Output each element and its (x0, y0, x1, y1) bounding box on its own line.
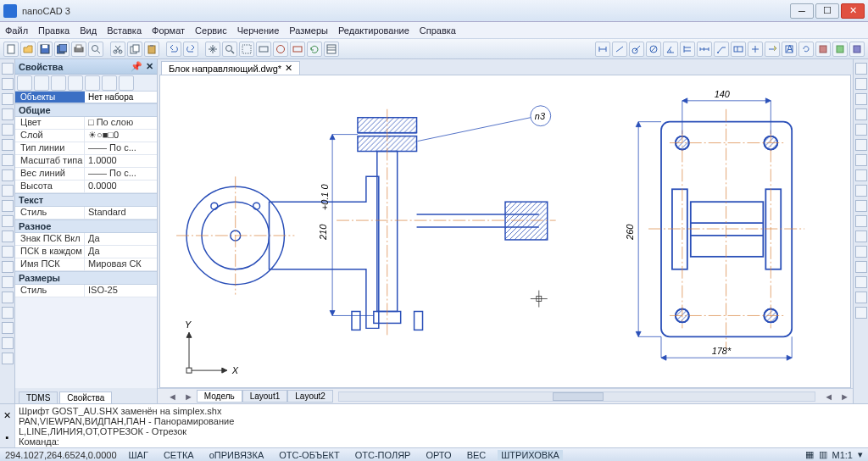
rt-extend-icon[interactable] (855, 215, 867, 227)
rt-fillet-icon[interactable] (855, 246, 867, 258)
rt-ext2-icon[interactable] (855, 307, 867, 319)
pt-2-icon[interactable] (34, 75, 49, 91)
lt-tool1-icon[interactable] (2, 230, 14, 242)
close-button[interactable]: ✕ (841, 3, 865, 19)
status-scale[interactable]: М1:1 (832, 450, 853, 460)
maximize-button[interactable]: ☐ (815, 3, 839, 19)
lt-tool8-icon[interactable] (2, 337, 14, 349)
cmd-pin-icon[interactable]: ▪ (6, 432, 9, 442)
tb-circle-icon[interactable] (273, 42, 288, 57)
menu-dims[interactable]: Размеры (289, 25, 328, 36)
tab-layout1[interactable]: Layout1 (242, 390, 288, 403)
prop-ltscale[interactable]: Масштаб типа ...1.0000 (15, 155, 157, 168)
tab-model[interactable]: Модель (197, 390, 242, 403)
tb-pan-icon[interactable] (205, 42, 220, 57)
prop-dimstyle[interactable]: СтильISO-25 (15, 285, 157, 297)
menu-insert[interactable]: Вставка (107, 25, 142, 36)
tb-zoom-window-icon[interactable] (239, 42, 254, 57)
lt-hatch-icon[interactable] (2, 169, 14, 181)
section-text[interactable]: Текст (15, 193, 157, 207)
tb-rect-icon[interactable] (290, 42, 305, 57)
menu-format[interactable]: Формат (152, 25, 185, 36)
tb-cut-icon[interactable] (110, 42, 125, 57)
lt-text-icon[interactable] (2, 185, 14, 197)
cmd-close-icon[interactable]: ✕ (3, 410, 11, 421)
rt-erase-icon[interactable] (855, 63, 867, 75)
menu-edit[interactable]: Правка (38, 25, 70, 36)
lt-circle-icon[interactable] (2, 124, 14, 136)
tb-new-icon[interactable] (3, 42, 19, 57)
tb-misc1-icon[interactable] (815, 42, 831, 57)
drawing-canvas[interactable]: X Y (159, 75, 851, 388)
lt-rect-icon[interactable] (2, 93, 14, 105)
rt-break-icon[interactable] (855, 230, 867, 242)
status-osnap[interactable]: оПРИВЯЗКА (206, 450, 268, 460)
lt-tool4-icon[interactable] (2, 276, 14, 288)
document-tab[interactable]: Блок направляющий.dwg* ✕ (161, 61, 300, 75)
rt-move-icon[interactable] (855, 139, 867, 151)
status-snap[interactable]: ШАГ (125, 450, 152, 460)
status-otrack-obj[interactable]: ОТС-ОБЪЕКТ (275, 450, 342, 460)
pt-1-icon[interactable] (17, 75, 32, 91)
tabs-prev-icon[interactable]: ◄ (164, 392, 181, 402)
tb-paste-icon[interactable] (144, 42, 159, 57)
status-icon-2[interactable]: ▥ (819, 449, 827, 460)
pt-7-icon[interactable] (119, 75, 134, 91)
status-hatch[interactable]: ШТРИХОВКА (498, 450, 563, 460)
prop-layer[interactable]: Слой☀○■□0 (15, 130, 157, 142)
tb-regen-icon[interactable] (307, 42, 322, 57)
rt-chamfer-icon[interactable] (855, 261, 867, 273)
pt-5-icon[interactable] (85, 75, 100, 91)
tb-props-icon[interactable] (324, 42, 339, 57)
hscrollbar[interactable] (338, 392, 815, 402)
menu-help[interactable]: Справка (420, 25, 456, 36)
properties-close-icon[interactable]: ✕ (146, 61, 153, 72)
tb-dim-angle-icon[interactable] (663, 42, 678, 57)
tb-print-icon[interactable] (71, 42, 86, 57)
hscroll-right-icon[interactable]: ► (837, 392, 853, 402)
tb-dim-continue-icon[interactable] (697, 42, 712, 57)
tb-zoom-extents-icon[interactable] (256, 42, 271, 57)
section-misc[interactable]: Разное (15, 219, 157, 233)
status-dropdown-icon[interactable]: ▾ (858, 449, 863, 460)
tabs-next-icon[interactable]: ► (181, 392, 197, 402)
tb-centermark-icon[interactable] (748, 42, 763, 57)
objects-selector[interactable]: Объекты Нет набора (15, 92, 157, 103)
document-tab-close-icon[interactable]: ✕ (285, 63, 292, 74)
rt-stretch-icon[interactable] (855, 185, 867, 197)
tb-dim-aligned-icon[interactable] (612, 42, 627, 57)
rt-copy-icon[interactable] (855, 78, 867, 90)
lt-line-icon[interactable] (2, 63, 14, 75)
tb-tolerance-icon[interactable] (731, 42, 746, 57)
minimize-button[interactable]: ─ (790, 3, 814, 19)
prop-ucs-each[interactable]: ПСК в каждом ...Да (15, 246, 157, 258)
rt-trim-icon[interactable] (855, 200, 867, 212)
lt-tool9-icon[interactable] (2, 353, 14, 364)
rt-explode-icon[interactable] (855, 276, 867, 288)
hscroll-thumb[interactable] (553, 392, 604, 401)
lt-tool6-icon[interactable] (2, 307, 14, 319)
tb-misc2-icon[interactable] (832, 42, 848, 57)
prop-lweight[interactable]: Вес линий—— По с... (15, 168, 157, 181)
tb-dimstyle-icon[interactable]: A (782, 42, 797, 57)
tb-undo-icon[interactable] (166, 42, 181, 57)
prop-ucs-on[interactable]: Знак ПСК ВклДа (15, 233, 157, 246)
properties-pin-icon[interactable]: 📌 (131, 61, 142, 72)
menu-view[interactable]: Вид (80, 25, 97, 36)
tb-saveall-icon[interactable] (54, 42, 70, 57)
tb-dim-baseline-icon[interactable] (680, 42, 695, 57)
lt-tool3-icon[interactable] (2, 261, 14, 273)
tb-preview-icon[interactable] (88, 42, 103, 57)
hscroll-left-icon[interactable]: ◄ (821, 392, 837, 402)
status-grid[interactable]: СЕТКА (160, 450, 198, 460)
tb-leader-icon[interactable] (714, 42, 729, 57)
menu-draw[interactable]: Черчение (237, 25, 280, 36)
prop-color[interactable]: Цвет□ По слою (15, 117, 157, 130)
pt-4-icon[interactable] (68, 75, 83, 91)
lt-arc-icon[interactable] (2, 108, 14, 120)
lt-spline-icon[interactable] (2, 139, 14, 151)
tb-misc3-icon[interactable] (849, 42, 865, 57)
menu-modify[interactable]: Редактирование (338, 25, 409, 36)
status-icon-1[interactable]: ▦ (805, 449, 814, 460)
tb-dimedit-icon[interactable] (765, 42, 780, 57)
